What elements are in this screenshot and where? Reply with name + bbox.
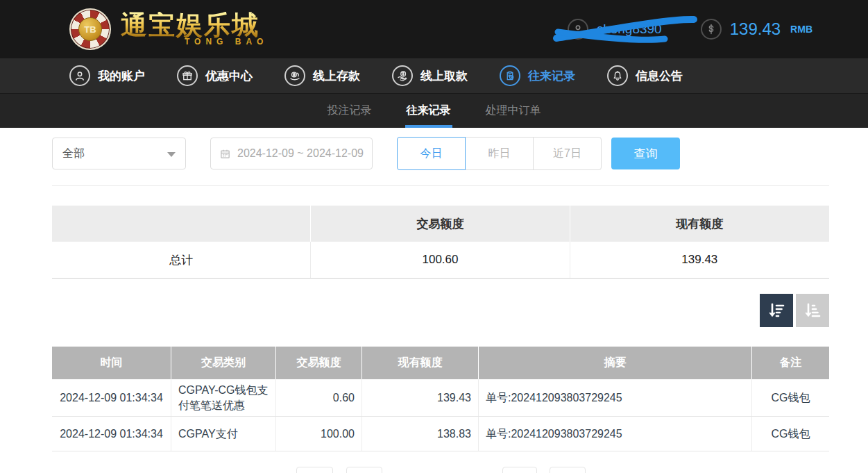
calendar-icon (219, 148, 231, 160)
poker-chip-icon: TB (69, 8, 111, 50)
quick-range-today-button[interactable]: 今日 (397, 137, 466, 170)
balance-amount: 139.43 (730, 19, 781, 39)
table-row: 2024-12-09 01:34:34 CGPAY支付 100.00 138.8… (52, 417, 829, 451)
bell-icon (607, 65, 628, 86)
cell-amount: 0.60 (276, 379, 362, 416)
sort-ascending-button[interactable] (796, 294, 829, 327)
records-header-row: 时间 交易类别 交易额度 现有额度 摘要 备注 (52, 347, 829, 379)
sort-desc-icon (766, 300, 787, 321)
cell-note: CG钱包 (752, 417, 829, 451)
summary-header-row: 交易额度 现有额度 (52, 206, 829, 242)
pagination-prev-button[interactable] (346, 467, 382, 473)
logo-title: 通宝娱乐城 (121, 12, 268, 38)
nav-label: 信息公告 (636, 68, 683, 84)
nav-item-promotions[interactable]: 优惠中心 (177, 65, 253, 86)
nav-item-withdraw[interactable]: 线上取款 (392, 65, 468, 86)
cell-time: 2024-12-09 01:34:34 (52, 379, 171, 416)
active-tab-underline (405, 125, 452, 128)
account-icon (69, 65, 90, 86)
col-header-note: 备注 (752, 347, 829, 379)
sort-descending-button[interactable] (760, 294, 793, 327)
filter-bar: 全部 2024-12-09 ~ 2024-12-09 今日 昨日 近7日 查询 (52, 137, 829, 170)
tab-label: 处理中订单 (486, 103, 541, 118)
summary-table: 交易额度 现有额度 总计 100.60 139.43 (52, 206, 829, 279)
quick-range-group: 今日 昨日 近7日 (397, 137, 602, 170)
records-subnav: 投注记录 往来记录 处理中订单 (0, 93, 868, 128)
tab-label: 往来记录 (407, 103, 451, 118)
tab-pending-orders[interactable]: 处理中订单 (484, 94, 543, 128)
deposit-icon (284, 65, 305, 86)
withdraw-icon (392, 65, 413, 86)
records-icon (500, 65, 520, 86)
summary-header-empty (52, 206, 311, 242)
sort-asc-icon (802, 300, 823, 321)
user-info[interactable]: cheng8390 (568, 19, 662, 40)
chevron-down-icon (167, 152, 176, 157)
col-header-balance: 现有额度 (362, 347, 479, 379)
user-avatar-icon (568, 19, 588, 40)
chip-label: TB (84, 24, 96, 35)
dollar-icon (701, 19, 722, 40)
main-nav: 我的账户 优惠中心 线上存款 (0, 58, 868, 93)
cell-time: 2024-12-09 01:34:34 (52, 417, 171, 451)
top-header-bar: TB 通宝娱乐城 TONG BAO cheng8390 (0, 0, 868, 58)
cell-balance: 138.83 (362, 417, 479, 451)
pagination-next-button[interactable] (502, 467, 537, 473)
cell-amount: 100.00 (276, 417, 362, 451)
balance-display: 139.43RMB (701, 19, 812, 40)
nav-item-deposit[interactable]: 线上存款 (284, 65, 360, 86)
gift-icon (177, 65, 198, 86)
nav-item-my-account[interactable]: 我的账户 (69, 65, 145, 86)
quick-range-yesterday-button[interactable]: 昨日 (465, 137, 534, 170)
col-header-amount: 交易额度 (276, 347, 362, 379)
tab-label: 投注记录 (327, 103, 372, 118)
nav-label: 优惠中心 (205, 68, 253, 84)
date-range-value: 2024-12-09 ~ 2024-12-09 (237, 147, 364, 160)
pagination (52, 467, 829, 473)
username: cheng8390 (597, 22, 662, 37)
sort-controls (52, 294, 829, 327)
records-table: 时间 交易类别 交易额度 现有额度 摘要 备注 2024-12-09 01:34… (52, 347, 829, 451)
cell-type: CGPAY-CG钱包支付笔笔送优惠 (171, 379, 276, 416)
summary-trade-amount: 100.60 (311, 242, 570, 278)
summary-header-current: 现有额度 (570, 206, 829, 242)
section-divider (52, 185, 829, 186)
nav-label: 我的账户 (98, 68, 145, 84)
type-filter-select[interactable]: 全部 (52, 138, 186, 169)
col-header-summary: 摘要 (479, 347, 752, 379)
cell-type: CGPAY支付 (171, 417, 276, 451)
type-filter-value: 全部 (62, 147, 85, 161)
summary-current-amount: 139.43 (570, 242, 829, 278)
summary-total-row: 总计 100.60 139.43 (52, 242, 829, 279)
pagination-first-button[interactable] (296, 467, 333, 473)
col-header-time: 时间 (52, 347, 171, 379)
cell-summary: 单号:202412093803729245 (479, 379, 752, 416)
nav-label: 往来记录 (528, 68, 575, 84)
summary-header-trade: 交易额度 (311, 206, 570, 242)
site-logo[interactable]: TB 通宝娱乐城 TONG BAO (69, 8, 268, 50)
nav-item-transaction-records[interactable]: 往来记录 (500, 65, 575, 86)
nav-label: 线上取款 (420, 68, 468, 84)
summary-total-label: 总计 (52, 242, 311, 278)
tab-transaction-records[interactable]: 往来记录 (405, 94, 452, 128)
balance-currency: RMB (790, 24, 812, 35)
pagination-last-button[interactable] (550, 467, 586, 473)
cell-note: CG钱包 (752, 379, 829, 416)
cell-summary: 单号:202412093803729245 (479, 417, 752, 451)
cell-balance: 139.43 (362, 379, 479, 416)
nav-item-announcements[interactable]: 信息公告 (607, 65, 683, 86)
table-row: 2024-12-09 01:34:34 CGPAY-CG钱包支付笔笔送优惠 0.… (52, 379, 829, 417)
tab-bet-records[interactable]: 投注记录 (326, 94, 373, 128)
nav-label: 线上存款 (313, 68, 360, 84)
search-button[interactable]: 查询 (611, 138, 680, 169)
date-range-input[interactable]: 2024-12-09 ~ 2024-12-09 (210, 138, 373, 169)
quick-range-7days-button[interactable]: 近7日 (533, 137, 602, 170)
col-header-type: 交易类别 (171, 347, 276, 379)
